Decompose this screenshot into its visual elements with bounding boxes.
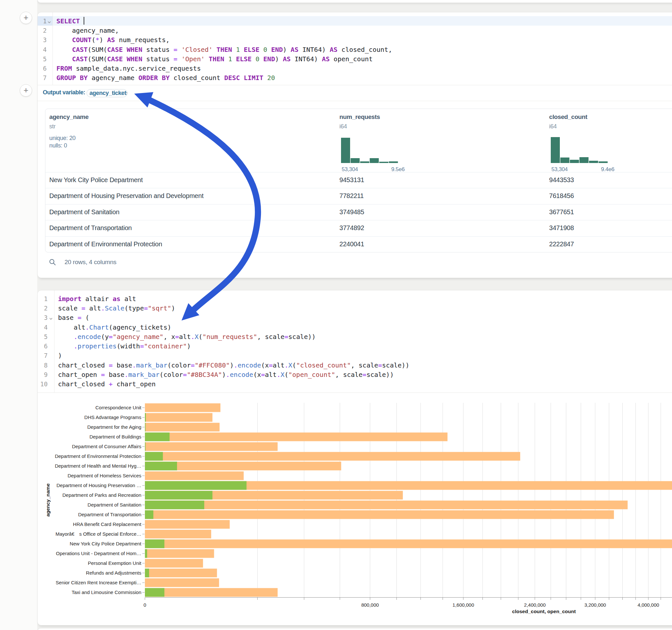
add-cell-button[interactable]: + [20,84,32,97]
code-line[interactable]: 2 agency_name, [38,26,672,35]
line-number: 1 [44,295,54,302]
code-line[interactable]: 4 CAST(SUM(CASE WHEN status = 'Closed' T… [38,45,672,54]
y-axis-label: Mayorâ€ s Office of Special Enforce… [55,531,141,537]
bar-closed_count [145,549,214,558]
y-axis-label: Department of Housing Preservation … [56,483,141,488]
code-line[interactable]: 5 .encode(y="agency_name", x=alt.X("num_… [38,332,672,341]
line-number: 5 [43,55,52,63]
histogram-bar [551,137,560,163]
code-line[interactable]: 6FROM sample_data.nyc.service_requests [38,64,672,73]
code-line[interactable]: 7GROUP BY agency_name ORDER BY closed_co… [38,73,672,83]
histogram-bar [379,162,388,163]
sql-code-editor[interactable]: 1SELECT 2 agency_name,3 COUNT(*) AS num_… [38,12,672,85]
histogram-bar [351,158,360,163]
code-line[interactable]: 1import altair as alt [38,294,672,303]
sql-cell: 1SELECT 2 agency_name,3 COUNT(*) AS num_… [37,12,672,278]
x-axis-label: 2,400,000 [524,602,546,608]
line-number: 6 [43,65,52,72]
bar-closed_count [145,569,217,578]
search-icon[interactable] [49,258,56,266]
fold-chevron-icon[interactable] [48,21,51,24]
line-number: 4 [44,324,54,331]
code-line[interactable]: 1SELECT [38,16,672,26]
add-cell-button[interactable]: + [20,12,32,24]
table-cell: 7782211 [339,192,364,200]
bar-open_count [145,569,149,578]
code-line-text: FROM sample_data.nyc.service_requests [53,65,201,72]
python-code-editor[interactable]: 1import altair as alt2scale = alt.Scale(… [38,290,672,392]
column-dtype: i64 [549,123,557,130]
table-cell: 2222847 [549,240,574,248]
histogram-bar [570,160,579,163]
code-line[interactable]: 6 .properties(width="container") [38,341,672,350]
code-line[interactable]: 7) [38,351,672,360]
table-row[interactable]: New York City Police Department945313194… [45,172,672,188]
y-axis-label: Department of Health and Mental Hyg… [55,463,141,468]
plus-icon: + [23,85,28,95]
table-dimensions: 20 rows, 4 columns [65,259,116,266]
table-row[interactable]: Department of Sanitation37494853677651 [45,204,672,220]
code-line[interactable]: 10chart_closed + chart_open [38,380,672,389]
bar-open_count [145,413,146,422]
code-line[interactable]: 3 COUNT(*) AS num_requests, [38,35,672,45]
output-variable-label: Output variable: [43,89,85,96]
code-line[interactable]: 3base = ( [38,313,672,322]
column-stat: nulls: 0 [49,142,67,149]
code-line-text: chart_closed + chart_open [54,380,155,388]
y-axis-label: Department of Buildings [90,434,141,439]
code-line-text: CAST(SUM(CASE WHEN status = 'Closed' THE… [53,46,392,53]
line-number: 9 [44,371,54,378]
table-row[interactable]: Department of Environmental Protection22… [45,236,672,252]
y-axis-label: HRA Benefit Card Replacement [73,522,142,527]
column-stat: unique: 20 [49,135,75,142]
y-axis-label: Personal Exemption Unit [88,560,142,566]
bar-open_count [145,510,153,519]
y-axis-label: Department of Homeless Services [67,473,141,478]
table-row[interactable]: Department of Housing Preservation and D… [45,188,672,204]
x-axis-label: 800,000 [361,602,379,608]
column-header[interactable]: agency_name [49,114,89,121]
table-cell: 9443533 [549,176,574,184]
y-axis-label: New York City Police Department [70,541,142,547]
histogram-bar [580,157,589,163]
column-header[interactable]: num_requests [339,114,380,121]
table-cell: 7618456 [549,192,574,200]
histogram-bar [560,158,570,163]
y-axis-label: Senior Citizen Rent Increase Exempti… [56,580,141,585]
table-cell: 3471908 [549,224,574,232]
output-variable-pill[interactable]: agency_tickets [87,89,127,97]
histogram-bar [389,162,398,163]
bar-open_count [145,462,177,470]
x-axis-label: 0 [144,602,146,608]
y-axis-label: Department of Consumer Affairs [72,444,141,449]
bar-open_count [145,491,212,500]
bar-closed_count [145,452,520,461]
bar-closed_count [145,501,628,509]
bar-closed_count [145,559,203,568]
code-line[interactable]: 9chart_open = base.mark_bar(color="#8BC3… [38,370,672,379]
table-cell: 2240041 [339,240,364,248]
line-number: 8 [44,362,54,369]
code-line[interactable]: 8chart_closed = base.mark_bar(color="#FF… [38,360,672,370]
table-cell: 9453131 [339,176,364,184]
column-header[interactable]: closed_count [549,114,587,121]
y-axis-title: agency_name [45,483,51,516]
histogram-bar [341,138,350,163]
line-number: 7 [44,352,54,359]
histogram-max-label: 9.4e6 [601,166,614,173]
column-histogram [551,137,608,164]
line-number: 3 [43,36,52,43]
bar-closed_count [145,579,219,587]
x-axis-label: 4,000,000 [638,602,659,608]
y-axis-label: DHS Advantage Programs [84,414,141,420]
code-line-text: .encode(y="agency_name", x=alt.X("num_re… [54,333,316,341]
code-line[interactable]: 2scale = alt.Scale(type="sqrt") [38,303,672,313]
table-cell: 3749485 [339,209,364,216]
code-line[interactable]: 5 CAST(SUM(CASE WHEN status = 'Open' THE… [38,54,672,64]
y-axis-label: Department of Environmental Protection [55,453,141,459]
code-line[interactable]: 4 alt.Chart(agency_tickets) [38,322,672,332]
next-cell-edge [37,628,672,630]
table-row[interactable]: Department of Transportation377489234719… [45,220,672,236]
bar-open_count [145,539,164,548]
fold-chevron-icon[interactable] [49,317,52,320]
